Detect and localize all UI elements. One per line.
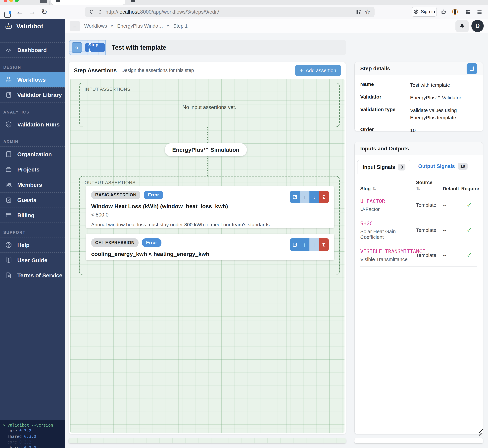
bookmark-star-icon[interactable]: ☆: [365, 9, 370, 15]
panel-title: Step Assertions: [74, 67, 117, 74]
url-bar[interactable]: http://localhost:8000/app/workflows/3/st…: [85, 7, 375, 17]
sidebar-item-workflows[interactable]: Workflows: [0, 72, 65, 87]
projects-box-icon: [5, 166, 12, 173]
column-default: Default: [443, 186, 461, 192]
maximize-window-icon[interactable]: [15, 0, 19, 2]
close-window-icon[interactable]: [4, 0, 7, 2]
collapse-steps-button[interactable]: «: [71, 42, 82, 53]
back-button[interactable]: ←: [16, 8, 23, 16]
column-source[interactable]: Source⇅: [416, 180, 443, 192]
credit-card-icon: [5, 212, 12, 219]
shield-icon[interactable]: [89, 9, 94, 15]
signal-slug-link[interactable]: VISIBLE_TRANSMITTANCE: [360, 248, 416, 254]
workflow-cubes-icon: [5, 76, 12, 83]
badger-extension-icon[interactable]: [451, 8, 458, 15]
pocket-save-icon[interactable]: [441, 9, 447, 15]
step-number-badge[interactable]: Step 1: [85, 43, 105, 52]
grid-view-icon[interactable]: [356, 9, 361, 15]
breadcrumb-workflows[interactable]: Workflows: [84, 23, 107, 29]
delete-assertion-button[interactable]: [319, 191, 329, 203]
edit-assertion-button[interactable]: [290, 191, 300, 203]
panel-resize-handle[interactable]: [479, 424, 484, 435]
sidebar-item-dashboard[interactable]: Dashboard: [0, 42, 65, 58]
sidebar-item-members[interactable]: Members: [0, 177, 65, 192]
minimize-window-icon[interactable]: [9, 0, 13, 2]
firefox-view-icon[interactable]: [4, 12, 11, 18]
breadcrumb-separator: »: [111, 23, 114, 29]
tab-strip-divider: [49, 1, 49, 5]
inputs-outputs-panel: Inputs and Outputs Input Signals 3 Outpu…: [354, 142, 483, 434]
user-avatar[interactable]: D: [471, 20, 484, 32]
assertion-card-cel: CEL EXPRESSION Error ↑ ↓ cooling_energy_…: [86, 234, 334, 260]
account-icon: [413, 9, 419, 14]
active-browser-tab[interactable]: [51, 0, 125, 5]
signal-name: U-Factor: [360, 206, 416, 212]
terminal-line: shared 0.3.0: [3, 434, 65, 439]
move-up-button[interactable]: ↑: [300, 238, 309, 251]
reload-button[interactable]: ↻: [41, 8, 47, 16]
app-header: ≡ Workflows » EnergyPlus Windo… » Step 1…: [65, 19, 488, 33]
page-info-icon[interactable]: [97, 9, 102, 15]
inputs-outputs-title: Inputs and Outputs: [360, 145, 409, 152]
sidebar-item-projects[interactable]: Projects: [0, 162, 65, 177]
required-check-icon: ✓: [461, 201, 477, 209]
step-header-row: « Step 1 Test with template: [69, 40, 346, 55]
tab-input-signals[interactable]: Input Signals 3: [357, 160, 411, 174]
edit-step-button[interactable]: [467, 63, 477, 74]
pinned-tab-icon[interactable]: [40, 0, 47, 3]
breadcrumb-workflow-name[interactable]: EnergyPlus Windo…: [117, 23, 163, 29]
assertions-canvas: INPUT ASSERTIONS No input assertions yet…: [70, 79, 345, 433]
breadcrumb-separator: »: [167, 23, 170, 29]
sort-icon: ⇅: [372, 186, 376, 191]
sidebar-item-terms-of-service[interactable]: Terms of Service: [0, 268, 65, 283]
sidebar-item-user-guide[interactable]: User Guide: [0, 252, 65, 268]
table-row: U_FACTOR U-Factor Template -- ✓: [360, 194, 477, 216]
signal-source: Template: [416, 227, 443, 233]
sidebar-item-help[interactable]: Help: [0, 237, 65, 252]
gauge-icon: [5, 46, 12, 54]
terminal-line: core 0.3.2: [3, 439, 65, 445]
guest-badge-icon: [5, 196, 12, 204]
step-details-title: Step details: [360, 65, 390, 72]
sidebar-toggle-button[interactable]: ≡: [70, 21, 80, 31]
tab-output-signals[interactable]: Output Signals 19: [418, 160, 468, 174]
plus-icon: +: [300, 67, 303, 73]
sidebar-item-organization[interactable]: Organization: [0, 146, 65, 162]
step-assertions-panel: Step Assertions Design the assertions fo…: [69, 62, 346, 434]
extensions-puzzle-icon[interactable]: [465, 9, 471, 15]
browser-sign-in-button[interactable]: Sign in: [412, 7, 437, 17]
signal-source: Template: [416, 252, 443, 258]
brand[interactable]: Validibot: [0, 19, 65, 34]
assertion-type-badge: CEL EXPRESSION: [91, 238, 139, 247]
notifications-button[interactable]: [456, 20, 469, 32]
breadcrumb: Workflows » EnergyPlus Windo… » Step 1: [84, 23, 188, 29]
next-canvas-preview: [69, 438, 346, 443]
nav-section-support: SUPPORT: [0, 223, 65, 237]
forward-button[interactable]: →: [29, 8, 36, 16]
signals-tab-bar: Input Signals 3 Output Signals 19: [355, 160, 483, 174]
column-slug[interactable]: Slug⇅: [360, 186, 416, 192]
nav-section-admin: ADMIN: [0, 132, 65, 146]
next-tab-favicon[interactable]: [131, 0, 135, 2]
browser-tab-strip: [0, 0, 488, 5]
assertion-expression: cooling_energy_kwh < heating_energy_kwh: [91, 251, 329, 257]
field-validation-type: Validation type Validate values using En…: [360, 107, 477, 121]
signal-slug-link[interactable]: SHGC: [360, 220, 416, 226]
sidebar-item-validator-library[interactable]: Validator Library: [0, 87, 65, 103]
edit-assertion-button[interactable]: [290, 238, 300, 251]
tab-label: Output Signals: [418, 163, 455, 169]
sidebar-item-billing[interactable]: Billing: [0, 208, 65, 223]
help-circle-icon: [5, 241, 12, 248]
sidebar-item-validation-runs[interactable]: Validation Runs: [0, 117, 65, 132]
delete-assertion-button[interactable]: [319, 238, 329, 251]
url-text: http://localhost:8000/app/workflows/3/st…: [105, 9, 219, 15]
terminal-line: shared 0.3.0: [3, 445, 65, 448]
browser-menu-icon[interactable]: ≡: [477, 7, 482, 17]
move-down-button[interactable]: ↓: [309, 191, 319, 203]
simulation-node[interactable]: EnergyPlus™ Simulation: [165, 143, 247, 156]
field-name: Name Test with template: [360, 81, 477, 89]
add-assertion-button[interactable]: + Add assertion: [295, 65, 341, 76]
sidebar-item-guests[interactable]: Guests: [0, 192, 65, 208]
brand-name: Validibot: [16, 23, 43, 30]
signal-slug-link[interactable]: U_FACTOR: [360, 198, 416, 204]
